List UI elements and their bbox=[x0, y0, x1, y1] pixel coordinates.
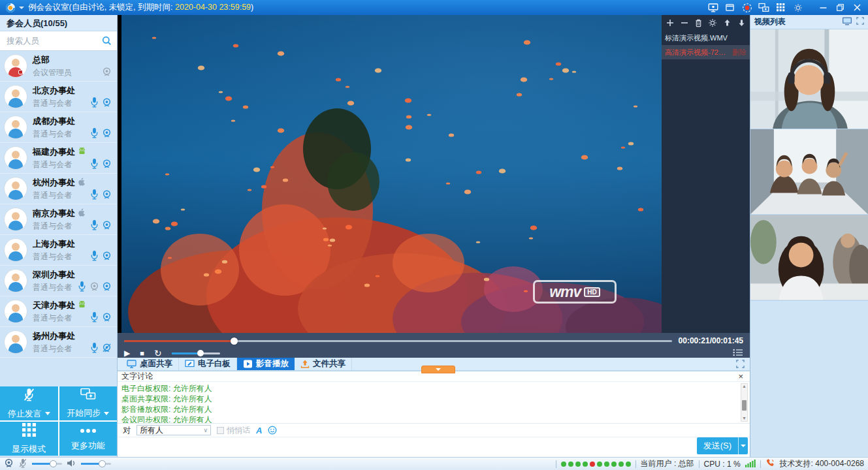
font-button[interactable]: A bbox=[256, 426, 262, 435]
chat-close-icon[interactable]: × bbox=[738, 372, 743, 381]
display-mode-button[interactable]: 显示模式 bbox=[0, 422, 58, 456]
message-input[interactable]: 发送(S) bbox=[118, 437, 750, 457]
recipient-select[interactable]: 所有人 ∨ bbox=[137, 425, 211, 435]
scroll-up-icon[interactable]: ▲ bbox=[742, 384, 747, 389]
webcam-status-icon[interactable] bbox=[4, 458, 14, 470]
start-sync-button[interactable]: 开始同步 bbox=[59, 386, 118, 420]
volume-knob[interactable] bbox=[197, 350, 204, 356]
loop-button[interactable]: ↻ bbox=[154, 349, 162, 358]
participant-row[interactable]: 扬州办事处 普通与会者 bbox=[0, 327, 117, 358]
mic-icon[interactable] bbox=[89, 97, 99, 108]
minimize-icon[interactable] bbox=[818, 2, 829, 13]
wmv-hd-watermark: wmv HD bbox=[533, 280, 617, 304]
participant-row[interactable]: 福建办事处 普通与会者 bbox=[0, 143, 117, 174]
participant-row[interactable]: 杭州办事处 普通与会者 bbox=[0, 174, 117, 204]
play-button[interactable]: ▶ bbox=[124, 349, 130, 357]
camera-icon[interactable] bbox=[102, 189, 112, 200]
send-options-caret[interactable] bbox=[738, 437, 748, 454]
tab-whiteboard[interactable]: 电子白板 bbox=[179, 358, 237, 370]
playlist-toggle-icon[interactable] bbox=[733, 349, 743, 358]
mic-icon[interactable] bbox=[77, 281, 87, 292]
scroll-down-icon[interactable]: ▼ bbox=[742, 416, 747, 421]
participant-row[interactable]: 上海办事处 普通与会者 bbox=[0, 235, 117, 266]
tab-file-share[interactable]: 文件共享 bbox=[295, 358, 352, 370]
sync-icon bbox=[80, 388, 96, 403]
speaker-icon[interactable] bbox=[67, 459, 76, 469]
menu-caret-icon[interactable] bbox=[19, 7, 24, 9]
move-down-icon[interactable] bbox=[737, 18, 746, 28]
mic-muted-icon[interactable] bbox=[18, 458, 27, 470]
camera-icon[interactable] bbox=[102, 250, 112, 261]
send-button[interactable]: 发送(S) bbox=[697, 437, 738, 454]
mic-volume-slider[interactable] bbox=[32, 463, 62, 465]
delete-icon[interactable] bbox=[694, 18, 703, 28]
tab-desktop-share[interactable]: 桌面共享 bbox=[121, 358, 179, 370]
participant-row[interactable]: 北京办事处 普通与会者 bbox=[0, 82, 117, 112]
screen-share-icon[interactable] bbox=[707, 2, 718, 13]
chat-scrollbar[interactable]: ▲ ▼ bbox=[741, 383, 748, 422]
mic-icon[interactable] bbox=[89, 127, 99, 138]
more-functions-button[interactable]: 更多功能 bbox=[59, 422, 118, 456]
settings-icon[interactable] bbox=[708, 18, 717, 28]
mic-icon[interactable] bbox=[89, 158, 99, 169]
stop-button[interactable]: ■ bbox=[140, 350, 144, 357]
window-icon[interactable] bbox=[724, 2, 735, 13]
stop-speaking-button[interactable]: 停止发言 bbox=[0, 386, 58, 420]
volume-slider[interactable] bbox=[172, 352, 220, 354]
chevron-down-icon[interactable] bbox=[104, 412, 109, 415]
progress-knob[interactable] bbox=[231, 337, 238, 345]
whisper-option[interactable]: 悄悄话 bbox=[217, 425, 250, 436]
mic-icon[interactable] bbox=[89, 250, 99, 261]
emoji-button[interactable] bbox=[268, 426, 277, 435]
participant-device-icons bbox=[102, 67, 112, 77]
search-input[interactable] bbox=[0, 31, 117, 50]
camera-icon[interactable] bbox=[102, 281, 112, 292]
tab-media-play[interactable]: 影音播放 bbox=[237, 358, 295, 370]
video-display-icon[interactable] bbox=[842, 16, 852, 27]
camera-icon[interactable] bbox=[102, 127, 112, 138]
playlist-item[interactable]: 标清演示视频.WMV bbox=[662, 31, 750, 45]
record-icon[interactable] bbox=[741, 2, 752, 13]
participant-row[interactable]: 总部 会议管理员 bbox=[0, 51, 117, 82]
mic-icon[interactable] bbox=[89, 342, 99, 353]
chevron-down-icon[interactable] bbox=[45, 412, 50, 415]
close-icon[interactable] bbox=[852, 2, 863, 13]
scroll-thumb[interactable] bbox=[742, 400, 747, 411]
participant-row[interactable]: 南京办事处 普通与会者 bbox=[0, 204, 117, 235]
network-screens-icon[interactable] bbox=[758, 2, 769, 13]
participant-row[interactable]: 天津办事处 普通与会者 bbox=[0, 296, 117, 327]
playlist-delete-link[interactable]: 删除 bbox=[732, 45, 747, 59]
camera-slash-icon[interactable] bbox=[102, 342, 112, 353]
mic-icon[interactable] bbox=[89, 219, 99, 230]
camera-icon[interactable] bbox=[102, 219, 112, 230]
seek-bar[interactable] bbox=[124, 340, 672, 342]
camera-icon[interactable] bbox=[102, 97, 112, 108]
camera-icon[interactable] bbox=[102, 158, 112, 169]
move-up-icon[interactable] bbox=[722, 18, 731, 28]
restore-icon[interactable] bbox=[835, 2, 846, 13]
participant-row[interactable]: 成都办事处 普通与会者 bbox=[0, 112, 117, 143]
chat-collapse-handle[interactable] bbox=[421, 366, 455, 373]
remove-icon[interactable] bbox=[680, 18, 689, 28]
whisper-checkbox[interactable] bbox=[217, 427, 224, 434]
mic-icon[interactable] bbox=[89, 311, 99, 322]
speaker-volume-slider[interactable] bbox=[81, 463, 111, 465]
participants-header: 参会人员(10/55) bbox=[0, 15, 117, 31]
mic-icon[interactable] bbox=[89, 189, 99, 200]
remote-video-2[interactable] bbox=[750, 129, 868, 215]
grid-icon[interactable] bbox=[775, 2, 786, 13]
search-icon[interactable] bbox=[102, 36, 112, 48]
remote-video-3[interactable] bbox=[750, 215, 868, 300]
app-logo-icon[interactable] bbox=[5, 3, 16, 13]
camera-gray-icon[interactable] bbox=[102, 67, 112, 77]
playlist-item[interactable]: 高清演示视频-720P.wmv 删除 bbox=[662, 45, 750, 59]
participant-row[interactable]: 深圳办事处 普通与会者 bbox=[0, 266, 117, 296]
chat-expand-icon[interactable] bbox=[736, 358, 745, 370]
remote-video-1[interactable] bbox=[750, 29, 868, 129]
settings-icon[interactable] bbox=[792, 2, 803, 13]
camera-icon[interactable] bbox=[102, 311, 112, 322]
playing-video[interactable]: wmv HD bbox=[121, 15, 662, 333]
panel-expand-icon[interactable] bbox=[856, 17, 864, 27]
camera-gray-icon[interactable] bbox=[89, 281, 99, 292]
add-icon[interactable] bbox=[666, 18, 675, 28]
